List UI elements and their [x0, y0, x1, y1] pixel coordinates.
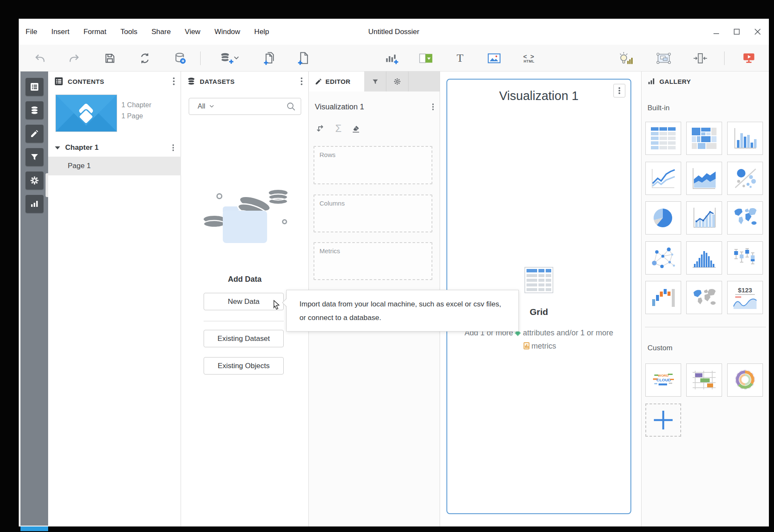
- gallery-item-kpi[interactable]: $123: [727, 281, 763, 314]
- free-form-layout-icon[interactable]: [656, 51, 671, 66]
- menu-insert[interactable]: Insert: [51, 28, 69, 36]
- fit-to-window-icon[interactable]: [693, 51, 708, 66]
- insert-page-icon[interactable]: [296, 51, 311, 66]
- contents-menu-icon[interactable]: [173, 80, 175, 82]
- dossier-thumbnail[interactable]: [55, 94, 117, 132]
- left-rail: [20, 72, 48, 526]
- rail-datasets-icon[interactable]: [26, 101, 43, 119]
- menu-tools[interactable]: Tools: [121, 28, 138, 36]
- chapter-row[interactable]: Chapter 1: [48, 140, 181, 156]
- menu-share[interactable]: Share: [151, 28, 170, 36]
- metrics-dropzone[interactable]: Metrics: [314, 242, 432, 280]
- undo-icon[interactable]: [32, 51, 48, 66]
- visualization-options-button[interactable]: [613, 84, 625, 97]
- tooltip-text: Import data from your local machine, suc…: [299, 300, 501, 322]
- gallery-item-gantt-chart[interactable]: [686, 363, 722, 397]
- refresh-icon[interactable]: [137, 51, 152, 66]
- contents-title: CONTENTS: [68, 78, 104, 85]
- chapter-label: Chapter 1: [65, 143, 98, 152]
- existing-dataset-button[interactable]: Existing Dataset: [204, 330, 284, 347]
- gallery-item-box-plot[interactable]: [727, 241, 763, 275]
- search-icon[interactable]: [286, 102, 296, 111]
- visualization-name: Visualization 1: [315, 103, 364, 112]
- editor-tab-label: EDITOR: [325, 78, 351, 85]
- gallery-title: GALLERY: [659, 78, 691, 85]
- minimize-button[interactable]: [713, 28, 720, 36]
- gallery-item-heat-map[interactable]: [686, 122, 722, 155]
- empty-datasets-illustration: [198, 180, 292, 255]
- gallery-item-map[interactable]: [727, 201, 763, 235]
- redo-icon[interactable]: [66, 51, 82, 66]
- app-window: File Insert Format Tools Share View Wind…: [19, 19, 769, 526]
- insert-visualization-icon[interactable]: [384, 51, 400, 66]
- plus-icon: [650, 407, 676, 433]
- toolbar-separator: [724, 51, 725, 65]
- insert-selector-icon[interactable]: [418, 51, 434, 66]
- eraser-icon[interactable]: [351, 123, 361, 134]
- chapter-count: 1 Chapter: [121, 100, 151, 111]
- taskbar-fragment: [20, 526, 48, 531]
- visualization-title: Visualization 1: [447, 89, 630, 103]
- sigma-icon[interactable]: Σ: [335, 123, 342, 134]
- gallery-item-sunburst[interactable]: [727, 363, 763, 397]
- insert-image-icon[interactable]: [486, 51, 502, 66]
- rail-filter-icon[interactable]: [26, 148, 43, 166]
- gallery-item-network[interactable]: [645, 241, 681, 275]
- menu-window[interactable]: Window: [214, 28, 240, 36]
- menu-help[interactable]: Help: [254, 28, 269, 36]
- gallery-item-combo-chart[interactable]: [686, 201, 722, 235]
- insert-html-icon[interactable]: < >HTML: [521, 51, 537, 66]
- rail-editor-icon[interactable]: [26, 125, 43, 143]
- add-data-heading: Add Data: [181, 275, 308, 284]
- present-icon[interactable]: [741, 51, 757, 66]
- datasets-menu-icon[interactable]: [301, 80, 302, 82]
- rail-gallery-icon[interactable]: [26, 195, 43, 213]
- visualization-type-label: Grid: [529, 307, 548, 317]
- gallery-item-bubble-chart[interactable]: [727, 162, 763, 195]
- chevron-down-icon[interactable]: [55, 146, 60, 149]
- chapter-menu-icon[interactable]: [173, 147, 174, 149]
- menu-file[interactable]: File: [26, 28, 37, 36]
- rows-dropzone[interactable]: Rows: [314, 146, 432, 184]
- svg-text:CLOUD: CLOUD: [656, 378, 671, 382]
- insert-text-icon[interactable]: T: [452, 51, 468, 66]
- existing-objects-button[interactable]: Existing Objects: [204, 357, 284, 375]
- dataset-search-box[interactable]: All: [189, 98, 301, 115]
- page-row-selected[interactable]: Page 1: [48, 157, 181, 175]
- gallery-item-waterfall[interactable]: [645, 281, 681, 314]
- gallery-item-histogram[interactable]: [686, 241, 722, 275]
- rail-contents-icon[interactable]: [26, 78, 43, 96]
- mouse-cursor: [271, 300, 282, 312]
- visualization-menu-icon[interactable]: [432, 106, 434, 108]
- contents-icon: [54, 77, 63, 86]
- insights-icon[interactable]: [618, 51, 633, 66]
- gallery-divider: [645, 327, 766, 327]
- insert-chapter-icon[interactable]: [262, 51, 277, 66]
- add-data-icon[interactable]: [218, 51, 240, 66]
- dataset-status-icon[interactable]: [173, 51, 188, 66]
- swap-axes-icon[interactable]: [316, 123, 326, 134]
- tab-editor[interactable]: EDITOR: [309, 72, 364, 92]
- chevron-down-icon[interactable]: [210, 104, 214, 109]
- rail-settings-icon[interactable]: [26, 172, 43, 189]
- gallery-item-grid[interactable]: [645, 122, 681, 155]
- dataset-filter-dropdown[interactable]: All: [198, 103, 205, 110]
- gallery-item-pie-chart[interactable]: [645, 201, 681, 235]
- gallery-item-word-cloud[interactable]: WORDCLOUD: [645, 363, 681, 397]
- columns-dropzone[interactable]: Columns: [314, 194, 432, 232]
- add-custom-visual-button[interactable]: [645, 403, 681, 437]
- gallery-item-line-chart[interactable]: [645, 162, 681, 195]
- toolbar: T < >HTML: [19, 45, 769, 72]
- maximize-button[interactable]: [733, 28, 741, 36]
- menu-view[interactable]: View: [185, 28, 201, 36]
- pencil-icon: [315, 78, 322, 85]
- gallery-item-area-chart[interactable]: [686, 162, 722, 195]
- tab-filter[interactable]: [364, 72, 386, 92]
- svg-text:WORD: WORD: [658, 374, 669, 378]
- gallery-item-bar-chart[interactable]: [727, 122, 763, 155]
- save-icon[interactable]: [102, 51, 118, 66]
- close-button[interactable]: [754, 28, 761, 36]
- gallery-item-geospatial[interactable]: [686, 281, 722, 314]
- tab-settings[interactable]: [386, 72, 409, 92]
- menu-format[interactable]: Format: [83, 28, 106, 36]
